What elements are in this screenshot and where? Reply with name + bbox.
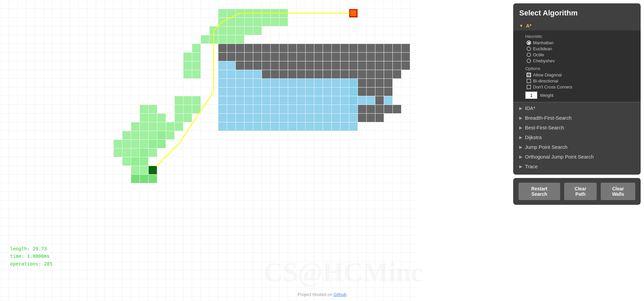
algo-label-astar: A* <box>526 23 532 28</box>
option-allow-diagonal[interactable]: Allow Diagonal <box>527 72 635 77</box>
chevron-bfs: ▶ <box>519 116 522 120</box>
options-label: Options <box>525 66 635 71</box>
chevron-idastar: ▶ <box>519 106 522 111</box>
clear-walls-button[interactable]: Clear Walls <box>601 183 635 200</box>
algo-label-idastar: IDA* <box>525 105 535 111</box>
heuristic-label: Heuristic <box>525 34 635 39</box>
astar-sub-panel: Heuristic Manhattan Euclidean Octile Che… <box>513 31 641 102</box>
algo-label-trace: Trace <box>525 164 538 169</box>
heuristic-chebyshev-label: Chebyshev <box>533 58 555 63</box>
heuristic-euclidean[interactable]: Euclidean <box>527 46 635 51</box>
stats-overlay: length: 29.73 time: 1.8000ms operations:… <box>10 245 52 267</box>
heuristic-manhattan[interactable]: Manhattan <box>527 40 635 45</box>
weight-input[interactable] <box>525 92 537 99</box>
radio-octile <box>527 53 531 57</box>
chevron-jps: ▶ <box>519 145 522 149</box>
option-dont-cross-corners[interactable]: Don't Cross Corners <box>527 84 635 89</box>
checkbox-allow-diagonal <box>527 73 531 77</box>
algo-item-trace[interactable]: ▶ Trace <box>513 162 641 171</box>
radio-chebyshev <box>527 59 531 63</box>
clear-path-button[interactable]: Clear Path <box>564 183 597 200</box>
checkbox-bi-directional <box>527 79 531 83</box>
algo-item-bestfirst[interactable]: ▶ Best-First-Search <box>513 123 641 132</box>
radio-euclidean <box>527 47 531 51</box>
algo-label-bfs: Breadth-First-Search <box>525 115 572 121</box>
algorithm-panel: Select Algorithm ▼ A* Heuristic Manhatta… <box>513 3 641 175</box>
footer-text: Project Hosted on <box>298 292 333 297</box>
algo-item-astar[interactable]: ▼ A* <box>513 21 641 31</box>
footer: Project Hosted on Github <box>298 292 346 297</box>
weight-row: Weight <box>525 92 635 99</box>
buttons-panel: Restart Search Clear Path Clear Walls <box>513 178 641 205</box>
restart-search-button[interactable]: Restart Search <box>519 183 560 200</box>
chevron-trace: ▶ <box>519 164 522 169</box>
stat-length: length: 29.73 <box>10 245 52 252</box>
heuristic-octile-label: Octile <box>533 52 544 57</box>
chevron-astar: ▼ <box>519 23 523 28</box>
algo-item-jps[interactable]: ▶ Jump Point Search <box>513 142 641 152</box>
options-checkbox-group: Allow Diagonal Bi-directional Don't Cros… <box>527 72 635 89</box>
algo-label-ojps: Orthogonal Jump Point Search <box>525 154 594 160</box>
option-allow-diagonal-label: Allow Diagonal <box>533 72 562 77</box>
grid-canvas[interactable] <box>0 0 416 301</box>
option-dont-cross-corners-label: Don't Cross Corners <box>533 84 572 89</box>
stat-operations: operations: 285 <box>10 260 52 267</box>
heuristic-euclidean-label: Euclidean <box>533 46 552 51</box>
heuristic-radio-group: Manhattan Euclidean Octile Chebyshev <box>527 40 635 63</box>
radio-manhattan <box>527 41 531 45</box>
algo-item-dijkstra[interactable]: ▶ Dijkstra <box>513 132 641 142</box>
option-bi-directional-label: Bi-directional <box>533 78 558 83</box>
weight-label: Weight <box>540 93 553 98</box>
right-panel: Select Algorithm ▼ A* Heuristic Manhatta… <box>423 0 644 301</box>
chevron-bestfirst: ▶ <box>519 125 522 130</box>
divider-1 <box>513 102 641 103</box>
footer-github-link[interactable]: Github <box>333 292 346 297</box>
algo-item-bfs[interactable]: ▶ Breadth-First-Search <box>513 113 641 123</box>
stat-time: time: 1.8000ms <box>10 252 52 260</box>
heuristic-octile[interactable]: Octile <box>527 52 635 57</box>
algo-label-jps: Jump Point Search <box>525 144 568 150</box>
algo-item-idastar[interactable]: ▶ IDA* <box>513 103 641 113</box>
algo-item-ojps[interactable]: ▶ Orthogonal Jump Point Search <box>513 152 641 162</box>
algo-label-dijkstra: Dijkstra <box>525 134 542 140</box>
chevron-ojps: ▶ <box>519 155 522 159</box>
chevron-dijkstra: ▶ <box>519 135 522 140</box>
heuristic-manhattan-label: Manhattan <box>533 40 553 45</box>
option-bi-directional[interactable]: Bi-directional <box>527 78 635 83</box>
checkbox-dont-cross-corners <box>527 85 531 89</box>
panel-title: Select Algorithm <box>513 9 641 21</box>
heuristic-chebyshev[interactable]: Chebyshev <box>527 58 635 63</box>
algo-label-bestfirst: Best-First-Search <box>525 125 564 130</box>
